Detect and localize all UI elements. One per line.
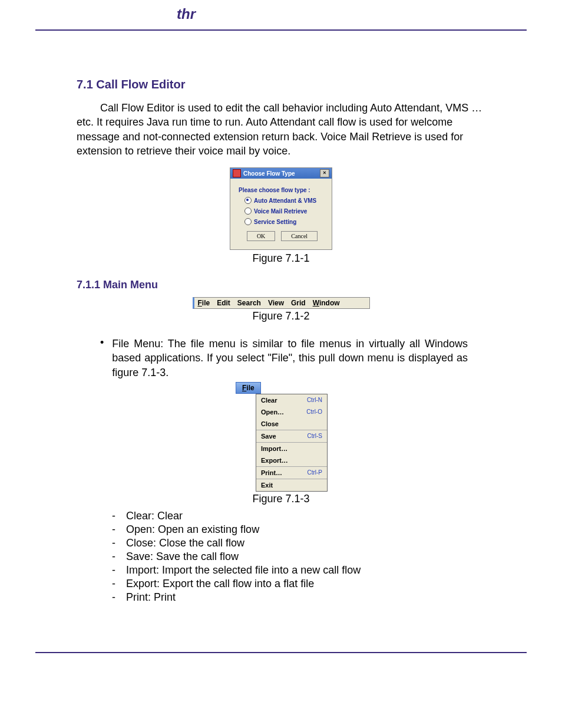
bullet-icon: • <box>100 337 104 380</box>
dialog-title-text: Choose Flow Type <box>243 170 295 177</box>
file-menu-figure: File ClearCtrl-N Open…Ctrl-O Close SaveC… <box>236 382 326 492</box>
section-heading: 7.1 Call Flow Editor <box>77 78 485 91</box>
menu-item-export[interactable]: Export… <box>256 454 327 466</box>
page-body: 7.1 Call Flow Editor Call Flow Editor is… <box>0 31 562 640</box>
menu-item-exit[interactable]: Exit <box>256 479 327 491</box>
list-item: -Clear: Clear <box>112 510 521 522</box>
menu-edit[interactable]: Edit <box>217 299 230 307</box>
menu-item-open[interactable]: Open…Ctrl-O <box>256 406 327 418</box>
menu-grid[interactable]: Grid <box>291 299 306 307</box>
radio-label: Auto Attendant & VMS <box>254 197 316 204</box>
file-menu-descriptions: -Clear: Clear -Open: Open an existing fl… <box>112 510 521 604</box>
bullet-text: File Menu: The file menu is similar to f… <box>112 337 468 380</box>
intro-paragraph: Call Flow Editor is used to edit the cal… <box>77 101 485 158</box>
menu-view[interactable]: View <box>268 299 284 307</box>
menu-file[interactable]: File <box>198 299 210 307</box>
choose-flow-dialog: Choose Flow Type × Please choose flow ty… <box>230 167 332 250</box>
menu-item-save[interactable]: SaveCtrl-S <box>256 430 327 442</box>
list-item: -Import: Import the selected file into a… <box>112 564 521 577</box>
menu-item-import[interactable]: Import… <box>256 443 327 454</box>
list-item: -Print: Print <box>112 591 521 604</box>
dialog-titlebar: Choose Flow Type × <box>230 168 332 179</box>
menu-item-close[interactable]: Close <box>256 418 327 430</box>
figure-caption-1: Figure 7.1-1 <box>41 252 521 265</box>
radio-icon <box>244 197 252 204</box>
list-item: -Export: Export the call flow into a fla… <box>112 578 521 590</box>
radio-label: Voice Mail Retrieve <box>254 208 307 215</box>
radio-icon <box>244 218 252 225</box>
radio-option-service-setting[interactable]: Service Setting <box>244 218 326 225</box>
logo: thr <box>177 6 196 22</box>
bullet-file-menu: • File Menu: The file menu is similar to… <box>100 337 468 380</box>
subsection-heading: 7.1.1 Main Menu <box>77 279 485 291</box>
footer-rule <box>35 652 527 653</box>
cancel-button[interactable]: Cancel <box>281 231 318 241</box>
figure-caption-2: Figure 7.1-2 <box>41 310 521 322</box>
menubar: File Edit Search View Grid Window <box>193 297 370 309</box>
menu-item-print[interactable]: Print…Ctrl-P <box>256 467 327 479</box>
ok-button[interactable]: OK <box>247 231 275 241</box>
close-icon[interactable]: × <box>320 169 329 177</box>
file-menu-dropdown: ClearCtrl-N Open…Ctrl-O Close SaveCtrl-S… <box>256 394 328 492</box>
menu-search[interactable]: Search <box>237 299 261 307</box>
header-rule: thr <box>35 12 527 31</box>
menu-item-clear[interactable]: ClearCtrl-N <box>256 394 327 406</box>
radio-option-auto-attendant[interactable]: Auto Attendant & VMS <box>244 197 326 204</box>
list-item: -Save: Save the call flow <box>112 551 521 563</box>
file-menu-tab[interactable]: File <box>236 382 261 394</box>
menu-window[interactable]: Window <box>313 299 340 307</box>
radio-option-voice-mail-retrieve[interactable]: Voice Mail Retrieve <box>244 207 326 215</box>
list-item: -Close: Close the call flow <box>112 537 521 549</box>
radio-label: Service Setting <box>254 219 296 225</box>
list-item: -Open: Open an existing flow <box>112 523 521 536</box>
dialog-prompt: Please choose flow type : <box>239 187 326 193</box>
dialog-icon <box>233 169 241 177</box>
figure-caption-3: Figure 7.1-3 <box>41 493 521 505</box>
radio-icon <box>244 207 252 215</box>
